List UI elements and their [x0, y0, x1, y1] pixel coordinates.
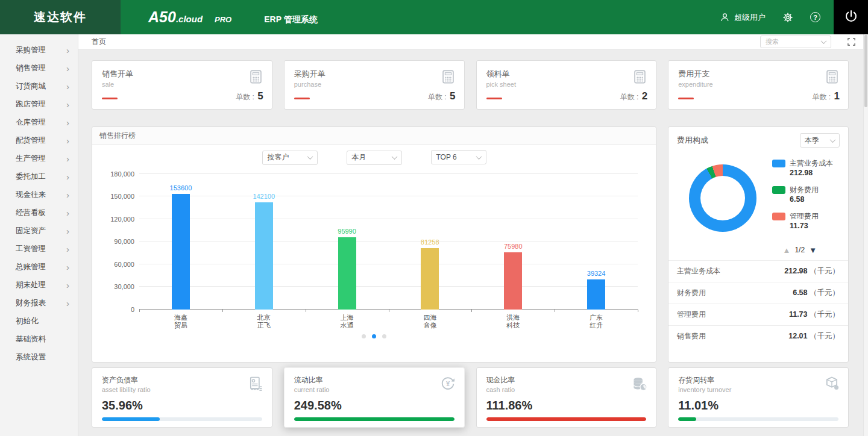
bar-value-label: 81258 — [389, 238, 472, 246]
count-label: 单数 : — [813, 93, 833, 101]
sidebar-item[interactable]: 系统设置 — [0, 348, 78, 366]
sidebar-item[interactable]: 订货商城› — [0, 77, 78, 95]
customer-filter-select[interactable]: 按客户 — [262, 151, 318, 165]
tab-home[interactable]: 首页 — [92, 37, 106, 47]
fullscreen-icon[interactable] — [847, 37, 856, 46]
sidebar-menu: 采购管理›销售管理›订货商城›跑店管理›仓库管理›配货管理›生产管理›委托加工›… — [0, 34, 78, 366]
donut-chart[interactable] — [689, 164, 756, 232]
sidebar-item[interactable]: 仓库管理› — [0, 113, 78, 131]
sidebar-item[interactable]: 期末处理› — [0, 276, 78, 294]
logo-text: 速达软件 — [34, 9, 87, 25]
y-axis-tick-label: 90,000 — [93, 238, 134, 245]
legend-item[interactable]: 管理费用11.73 — [772, 211, 833, 230]
sidebar-item-label: 采购管理 — [16, 45, 66, 55]
expense-unit: （千元） — [810, 288, 840, 297]
legend-item[interactable]: 主营业务成本212.98 — [772, 158, 833, 177]
chevron-down-icon — [307, 154, 313, 160]
sidebar-item[interactable]: 销售管理› — [0, 59, 78, 77]
category-label: 上海水通 — [306, 314, 389, 329]
chevron-right-icon: › — [66, 82, 69, 91]
search-select[interactable]: 搜索 — [760, 36, 831, 48]
scrollbar[interactable] — [863, 34, 868, 436]
legend-item[interactable]: 财务费用6.58 — [772, 185, 833, 204]
sidebar-item[interactable]: 初始化 — [0, 312, 78, 330]
scrollbar-thumb[interactable] — [864, 35, 867, 107]
app-logo[interactable]: 速达软件 — [0, 0, 121, 34]
sidebar-item[interactable]: 总账管理› — [0, 258, 78, 276]
bar[interactable] — [421, 248, 439, 310]
ratio-value: 35.96% — [102, 399, 262, 413]
stat-card-title: 销售开单 — [102, 69, 262, 79]
chevron-right-icon: › — [66, 100, 69, 109]
axis-tick — [222, 310, 223, 312]
expense-label: 管理费用 — [677, 310, 706, 320]
ratio-card-title: 现金比率 — [486, 375, 647, 385]
ratio-card[interactable]: 存货周转率inventory turnover11.01% — [668, 367, 849, 428]
dashboard: 销售开单sale单数 : 5采购开单purchase单数 : 5领料单pick … — [78, 50, 863, 436]
sidebar-item-label: 配货管理 — [16, 135, 66, 146]
axis-tick — [555, 310, 555, 312]
ratio-card[interactable]: 现金比率cash ratio111.86% — [476, 367, 657, 428]
sidebar-item-label: 现金往来 — [16, 190, 66, 200]
user-menu[interactable]: 超级用户 — [720, 12, 766, 23]
chevron-right-icon: › — [66, 118, 69, 127]
sidebar-item[interactable]: 固定资产› — [0, 222, 78, 240]
axis-tick — [139, 310, 140, 312]
sidebar-item[interactable]: 跑店管理› — [0, 95, 78, 113]
ratio-card-subtitle: cash ratio — [486, 386, 647, 393]
top-filter-select[interactable]: TOP 6 — [431, 150, 486, 164]
carousel-dot[interactable] — [372, 334, 376, 338]
sidebar-item[interactable]: 基础资料 — [0, 330, 78, 348]
middle-row: 销售排行榜 按客户本月TOP 6 030,00060,00090,000120,… — [92, 126, 849, 363]
expense-label: 销售费用 — [677, 331, 706, 341]
ratio-value: 11.01% — [678, 399, 838, 413]
sidebar-item[interactable]: 财务报表› — [0, 294, 78, 312]
filter-value: TOP 6 — [436, 153, 457, 161]
legend-swatch — [772, 213, 785, 220]
expense-unit: （千元） — [810, 332, 840, 340]
bar[interactable] — [587, 279, 605, 309]
bar[interactable] — [504, 252, 522, 310]
axis-tick — [389, 310, 389, 312]
sidebar-item[interactable]: 配货管理› — [0, 131, 78, 149]
expense-value: 12.01 （千元） — [788, 331, 840, 341]
pager-up-icon[interactable]: ▲ — [783, 246, 791, 254]
ratio-card-row: 资产负债率asset libility ratio35.96%流动比率curre… — [92, 367, 849, 428]
carousel-dot[interactable] — [382, 334, 386, 338]
bar-slot: 39324广东红升 — [555, 174, 638, 310]
ratio-card-subtitle: current ratio — [294, 386, 454, 393]
settings-gear-icon[interactable] — [782, 12, 793, 23]
chevron-right-icon: › — [66, 172, 69, 181]
stat-card[interactable]: 领料单pick sheet单数 : 2 — [476, 60, 657, 110]
help-icon[interactable]: ? — [810, 12, 820, 22]
sidebar-item[interactable]: 委托加工› — [0, 167, 78, 185]
header-actions: 超级用户 ? — [720, 12, 820, 23]
bar[interactable] — [255, 202, 273, 310]
logout-power-button[interactable] — [834, 0, 868, 34]
ratio-card[interactable]: 流动比率current ratio¥249.58% — [284, 367, 465, 428]
stat-card[interactable]: 采购开单purchase单数 : 5 — [284, 60, 465, 110]
carousel-dot[interactable] — [362, 334, 366, 338]
period-select[interactable]: 本季 — [800, 133, 840, 148]
stat-card[interactable]: 费用开支expenditure单数 : 1 — [668, 60, 849, 110]
month-filter-select[interactable]: 本月 — [347, 151, 402, 165]
ratio-card[interactable]: 资产负债率asset libility ratio35.96% — [92, 367, 272, 428]
red-dash-icon — [102, 98, 118, 99]
sidebar-item[interactable]: 生产管理› — [0, 149, 78, 167]
bar[interactable] — [172, 194, 190, 310]
doc-count: 单数 : 5 — [428, 90, 455, 102]
pager-down-icon[interactable]: ▼ — [809, 246, 817, 254]
sidebar-item[interactable]: 工资管理› — [0, 240, 78, 258]
sidebar-item[interactable]: 现金往来› — [0, 185, 78, 204]
sidebar-item[interactable]: 采购管理› — [0, 41, 78, 59]
category-label: 广东红升 — [555, 314, 638, 329]
bar-chart: 030,00060,00090,000120,000150,000180,000… — [139, 174, 638, 310]
stat-card[interactable]: 销售开单sale单数 : 5 — [92, 60, 272, 110]
chevron-down-icon — [391, 154, 397, 160]
sidebar-item-label: 委托加工 — [16, 172, 66, 182]
bar[interactable] — [338, 237, 356, 310]
sidebar-item-label: 跑店管理 — [16, 99, 66, 110]
panel-title: 销售排行榜 — [92, 127, 656, 145]
sidebar-item[interactable]: 经营看板› — [0, 204, 78, 222]
calculator-icon — [248, 69, 264, 87]
